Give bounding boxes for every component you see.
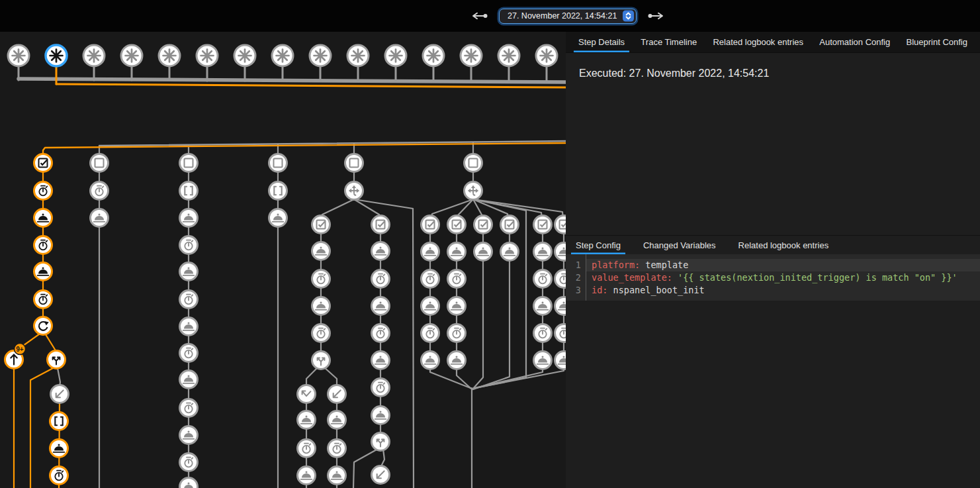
timer-node[interactable] <box>34 236 52 254</box>
checkbox-blank-node[interactable] <box>345 154 363 172</box>
checkbox-blank-node[interactable] <box>269 154 287 172</box>
step-config-code-editor[interactable]: 1 2 3 platform: template value_template:… <box>566 254 980 301</box>
timer-node[interactable] <box>555 324 566 342</box>
service-node[interactable] <box>34 263 52 281</box>
checkbox-marked-node[interactable] <box>501 216 519 234</box>
service-node[interactable] <box>422 352 439 369</box>
checkbox-marked-node[interactable] <box>372 216 390 234</box>
timer-node[interactable] <box>34 182 52 200</box>
checkbox-blank-node[interactable] <box>180 154 198 172</box>
service-node[interactable] <box>180 263 198 281</box>
service-node[interactable] <box>180 371 198 389</box>
service-node[interactable] <box>555 297 566 315</box>
timer-node[interactable] <box>180 236 198 254</box>
checkbox-marked-node[interactable] <box>312 216 330 234</box>
service-node[interactable] <box>448 297 466 315</box>
service-node[interactable] <box>328 411 346 429</box>
service-node[interactable] <box>534 297 552 315</box>
timer-node[interactable] <box>91 182 109 200</box>
service-node[interactable] <box>474 243 492 261</box>
tab-changed-variables[interactable]: Changed Variables <box>639 236 721 254</box>
checkbox-blank-node[interactable] <box>91 154 109 172</box>
timer-node[interactable] <box>50 467 68 485</box>
trace-graph-area[interactable]: 9+ <box>0 0 566 488</box>
asterisk-node[interactable] <box>121 45 142 66</box>
tab-blueprint-config[interactable]: Blueprint Config <box>901 32 972 52</box>
timer-node[interactable] <box>422 324 439 342</box>
arrow-decision-node[interactable] <box>465 182 482 200</box>
checkbox-marked-node[interactable] <box>422 216 439 234</box>
asterisk-node[interactable] <box>46 45 67 66</box>
code-brackets-node[interactable] <box>180 182 198 200</box>
timer-node[interactable] <box>534 270 552 288</box>
service-node[interactable] <box>91 209 109 227</box>
tab-step-config[interactable]: Step Config <box>571 236 625 254</box>
service-node[interactable] <box>372 242 390 260</box>
checkbox-marked-node[interactable] <box>448 216 466 234</box>
call-missed-node[interactable] <box>298 385 316 403</box>
asterisk-node[interactable] <box>234 45 255 66</box>
asterisk-node[interactable] <box>498 45 519 66</box>
service-node[interactable] <box>298 467 316 485</box>
timer-node[interactable] <box>372 324 390 342</box>
tab-step-details[interactable]: Step Details <box>574 32 629 52</box>
timer-node[interactable] <box>34 291 52 309</box>
arrow-bottom-left-node[interactable] <box>51 385 69 403</box>
service-node[interactable] <box>180 478 198 488</box>
asterisk-node[interactable] <box>272 45 293 66</box>
code-brackets-node[interactable] <box>50 413 68 430</box>
tab-automation-config[interactable]: Automation Config <box>815 32 895 52</box>
timer-node[interactable] <box>422 270 439 288</box>
checkbox-blank-node[interactable] <box>465 154 482 172</box>
timer-node[interactable] <box>180 399 198 417</box>
asterisk-node[interactable] <box>197 45 218 66</box>
asterisk-node[interactable] <box>310 45 331 66</box>
service-node[interactable] <box>180 318 198 336</box>
call-split-node[interactable] <box>372 433 390 451</box>
service-node[interactable] <box>534 352 552 369</box>
timer-node[interactable] <box>448 270 466 288</box>
service-node[interactable] <box>422 297 439 315</box>
service-node[interactable] <box>534 243 552 261</box>
timer-node[interactable] <box>372 270 390 288</box>
checkbox-marked-node[interactable] <box>555 216 566 234</box>
service-node[interactable] <box>501 243 519 261</box>
service-node[interactable] <box>372 352 390 369</box>
service-node[interactable] <box>180 426 198 444</box>
trace-run-selector[interactable]: 27. November 2022, 14:54:21 <box>499 9 637 24</box>
checkbox-marked-node[interactable] <box>34 154 52 172</box>
asterisk-node[interactable] <box>385 45 406 66</box>
service-node[interactable] <box>372 407 390 424</box>
arrow-bottom-left-node[interactable] <box>372 466 390 484</box>
arrow-bottom-left-node[interactable] <box>328 385 346 403</box>
service-node[interactable] <box>269 209 287 227</box>
asterisk-node[interactable] <box>8 45 29 66</box>
timer-node[interactable] <box>180 454 198 471</box>
asterisk-node[interactable] <box>423 45 444 66</box>
newer-trace-button[interactable] <box>645 10 666 22</box>
asterisk-node[interactable] <box>536 45 557 66</box>
call-split-node[interactable] <box>48 351 66 369</box>
timer-node[interactable] <box>312 324 330 342</box>
arrow-decision-node[interactable] <box>345 182 363 200</box>
timer-node[interactable] <box>372 379 390 397</box>
service-node[interactable] <box>422 243 439 261</box>
repeat-node[interactable] <box>34 317 52 335</box>
service-node[interactable] <box>448 352 466 369</box>
asterisk-node[interactable] <box>83 45 105 66</box>
tab-related-logbook-entries[interactable]: Related logbook entries <box>708 32 808 52</box>
service-node[interactable] <box>555 352 566 369</box>
service-node[interactable] <box>180 209 198 227</box>
asterisk-node[interactable] <box>347 45 369 66</box>
asterisk-node[interactable] <box>461 45 482 66</box>
call-split-node[interactable] <box>312 352 330 369</box>
service-node[interactable] <box>372 297 390 315</box>
timer-node[interactable] <box>534 324 552 342</box>
timer-node[interactable] <box>312 270 330 288</box>
service-node[interactable] <box>555 243 566 261</box>
service-node[interactable] <box>448 243 466 261</box>
tab-related-logbook-entries-lower[interactable]: Related logbook entries <box>734 236 834 254</box>
older-trace-button[interactable] <box>470 10 490 22</box>
code-brackets-node[interactable] <box>269 182 287 200</box>
service-node[interactable] <box>34 209 52 227</box>
